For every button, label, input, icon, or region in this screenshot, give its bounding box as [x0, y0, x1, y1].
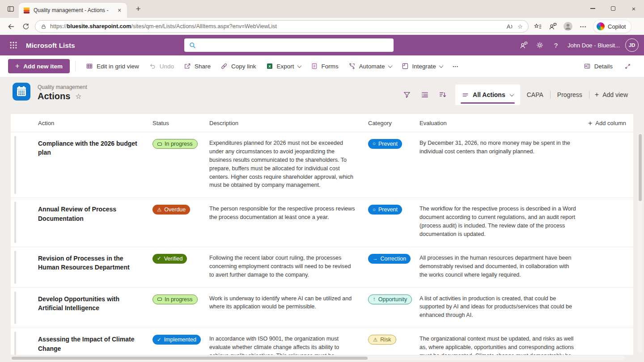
account-label[interactable]: John Doe - Bluesit...	[568, 42, 620, 49]
favorite-list-star-icon[interactable]: ☆	[75, 92, 81, 101]
list-title-row: Quality management Actions ☆ All Actions	[0, 77, 644, 114]
row-accent-bar	[14, 202, 16, 243]
search-input[interactable]	[184, 38, 394, 52]
copilot-label: Copilot	[608, 23, 626, 30]
edit-grid-view-button[interactable]: Edit in grid view	[81, 58, 144, 74]
row-action-title[interactable]: Assessing the Impact of Climate Change	[38, 328, 153, 355]
chevron-down-icon	[297, 63, 301, 68]
row-action-title[interactable]: Revision of Processes in the Human Resou…	[38, 247, 153, 280]
column-header-action[interactable]: Action	[38, 120, 153, 126]
status-badge[interactable]: ✓Implemented	[153, 335, 201, 345]
waffle-icon[interactable]	[6, 38, 21, 52]
category-badge[interactable]: ↑Opportunity	[368, 295, 412, 304]
details-button[interactable]: Details	[579, 58, 618, 74]
category-icon: ○	[373, 141, 376, 147]
add-column-button[interactable]: + Add column	[588, 114, 626, 132]
column-header-status[interactable]: Status	[153, 120, 209, 126]
refresh-icon[interactable]	[20, 20, 32, 33]
chevron-down-icon	[509, 92, 514, 97]
category-badge[interactable]: ⚠Risk	[368, 335, 396, 345]
forms-button[interactable]: Forms	[306, 58, 343, 74]
collapse-pane-icon[interactable]	[619, 58, 636, 74]
org-people-icon[interactable]	[517, 38, 531, 52]
status-badge[interactable]: In progress	[153, 139, 198, 149]
profile-avatar[interactable]	[562, 20, 574, 33]
add-view-button[interactable]: + Add view	[589, 91, 633, 99]
integrate-button[interactable]: Integrate	[397, 58, 448, 74]
copilot-button[interactable]: Copilot	[593, 20, 631, 33]
category-badge[interactable]: ○Prevent	[368, 139, 402, 149]
feedback-people-icon[interactable]	[547, 20, 559, 33]
group-by-icon[interactable]	[416, 87, 434, 103]
filter-icon[interactable]	[398, 87, 416, 103]
row-evaluation: The organizational context must be updat…	[419, 328, 590, 355]
table-row[interactable]: Revision of Processes in the Human Resou…	[11, 247, 633, 288]
sort-icon[interactable]	[434, 87, 452, 103]
close-button[interactable]: ×	[623, 0, 644, 17]
export-button[interactable]: X Export	[261, 58, 306, 74]
tab-title: Quality management - Actions - A	[34, 7, 110, 13]
vertical-scrollbar-thumb[interactable]	[639, 134, 642, 201]
table-row[interactable]: Compliance with the 2026 budget plan In …	[11, 132, 633, 198]
tab-close-icon[interactable]: ×	[115, 6, 123, 14]
copilot-icon	[597, 22, 605, 30]
browser-tab[interactable]: Quality management - Actions - A ×	[19, 3, 127, 18]
row-accent-bar	[14, 251, 16, 284]
column-header-category[interactable]: Category	[368, 120, 419, 126]
share-icon	[184, 63, 191, 70]
list-app-icon	[13, 83, 30, 101]
status-icon	[157, 143, 162, 146]
table-row[interactable]: Assessing the Impact of Climate Change ✓…	[11, 328, 633, 355]
account-avatar[interactable]: JD	[625, 38, 639, 52]
view-tab-progress[interactable]: Progress	[551, 87, 589, 103]
row-action-title[interactable]: Compliance with the 2026 budget plan	[38, 132, 153, 165]
row-action-title[interactable]: Annual Review of Process Documentation	[38, 198, 153, 231]
lists-favicon	[23, 7, 30, 14]
help-icon[interactable]: ?	[549, 38, 563, 52]
svg-text:X: X	[268, 64, 271, 68]
status-badge[interactable]: ✓Verified	[153, 254, 187, 264]
browser-menu-icon[interactable]: ···	[577, 20, 589, 33]
add-new-item-button[interactable]: + Add new item	[8, 59, 70, 73]
product-title: Microsoft Lists	[26, 42, 75, 49]
horizontal-scrollbar	[11, 356, 624, 361]
favorites-bar-icon[interactable]	[531, 20, 544, 33]
maximize-button[interactable]	[603, 0, 623, 17]
more-commands-button[interactable]: ···	[448, 58, 464, 74]
back-icon[interactable]	[4, 20, 17, 33]
minimize-button[interactable]	[582, 0, 603, 17]
details-pane-icon	[584, 63, 591, 70]
row-description: The person responsible for the respectiv…	[209, 198, 368, 230]
window-controls: ×	[582, 0, 644, 18]
row-accent-bar	[14, 136, 16, 194]
category-icon: ↑	[373, 297, 376, 302]
breadcrumb[interactable]: Quality management	[38, 84, 87, 90]
view-bar: All Actions CAPA Progress + Add view	[398, 84, 633, 105]
lock-icon	[41, 24, 47, 29]
status-badge[interactable]: ⚠Overdue	[153, 205, 190, 215]
table-row[interactable]: Develop Opportunities with Artificial In…	[11, 288, 633, 328]
favorite-star-icon[interactable]: ☆	[517, 23, 523, 30]
address-bar[interactable]: https://bluesite.sharepoint.com/sites/qm…	[35, 20, 529, 33]
new-tab-button[interactable]: +	[132, 4, 144, 14]
read-aloud-icon[interactable]: A	[507, 23, 514, 30]
status-badge[interactable]: In progress	[153, 295, 198, 304]
gear-icon[interactable]	[533, 38, 547, 52]
tab-actions-icon[interactable]	[4, 3, 17, 15]
row-evaluation: By December 31, 2026, no more money may …	[419, 132, 590, 164]
table-row[interactable]: Annual Review of Process Documentation ⚠…	[11, 198, 633, 247]
category-badge[interactable]: →Correction	[368, 254, 411, 264]
column-header-description[interactable]: Description	[209, 120, 368, 126]
view-tab-capa[interactable]: CAPA	[520, 87, 550, 103]
list-rows: Compliance with the 2026 budget plan In …	[11, 132, 633, 355]
share-button[interactable]: Share	[179, 58, 216, 74]
row-action-title[interactable]: Develop Opportunities with Artificial In…	[38, 288, 153, 321]
undo-button[interactable]: Undo	[144, 58, 179, 74]
view-tab-all-actions[interactable]: All Actions	[455, 84, 520, 105]
category-badge[interactable]: ○Prevent	[368, 205, 402, 215]
automate-button[interactable]: Automate	[343, 58, 397, 74]
horizontal-scrollbar-thumb[interactable]	[12, 357, 368, 360]
undo-icon	[149, 63, 156, 70]
copy-link-button[interactable]: Copy link	[216, 58, 261, 74]
app-header: Microsoft Lists ? John Doe - Bluesit... …	[0, 35, 644, 55]
